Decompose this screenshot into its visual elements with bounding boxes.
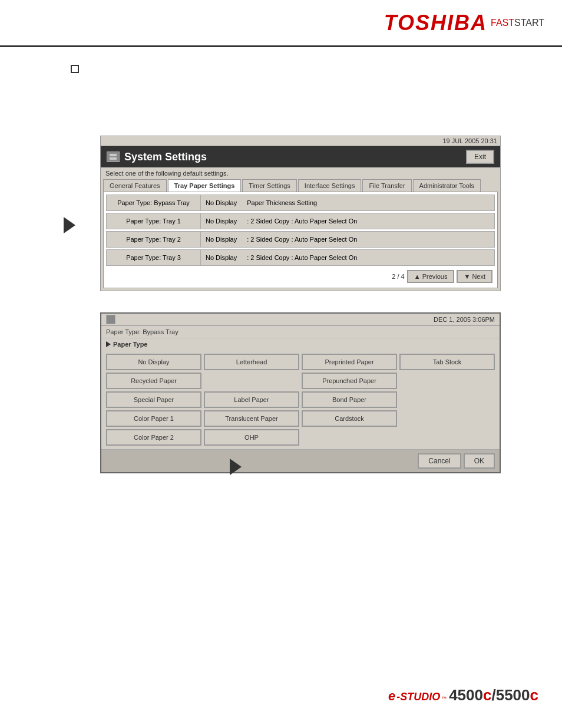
paper-btn-bond-paper[interactable]: Bond Paper [302, 391, 397, 408]
paper-btn-letterhead[interactable]: Letterhead [204, 354, 299, 370]
paper-btn-recycled-paper[interactable]: Recycled Paper [106, 373, 201, 389]
screen2-section-title: Paper Type [101, 338, 500, 350]
pagination-row: 2 / 4 ▲ Previous ▼ Next [106, 268, 495, 285]
screen1-title: System Settings [124, 151, 207, 163]
row-bypass-detail: No Display Paper Thickness Setting [201, 195, 494, 210]
tab-file-transfer[interactable]: File Transfer [362, 179, 411, 192]
logo-fast: FAST [491, 18, 514, 28]
svg-rect-0 [110, 154, 117, 156]
paper-btn-special-paper[interactable]: Special Paper [106, 391, 201, 408]
paper-btn-empty-2 [399, 373, 495, 389]
arrow-indicator-2 [230, 459, 242, 475]
screen2-topbar: DEC 1, 2005 3:06PM [101, 314, 500, 326]
tab-general-features[interactable]: General Features [103, 179, 167, 192]
checkbox-square [71, 65, 79, 73]
arrow-indicator-1 [64, 217, 75, 233]
paper-btn-translucent-paper[interactable]: Translucent Paper [204, 410, 299, 427]
cancel-button[interactable]: Cancel [418, 453, 461, 469]
screen2-breadcrumb: Paper Type: Bypass Tray [101, 326, 500, 338]
paper-btn-empty-1 [204, 373, 299, 389]
paper-type-screen: DEC 1, 2005 3:06PM Paper Type: Bypass Tr… [100, 312, 501, 473]
estudio-logo: e -STUDIO ™ [388, 689, 447, 704]
row-tray3-label: Paper Type: Tray 3 [107, 250, 201, 265]
screen1-topbar: 19 JUL 2005 20:31 [101, 136, 500, 146]
row-tray1-label: Paper Type: Tray 1 [107, 213, 201, 229]
tab-interface-settings[interactable]: Interface Settings [298, 179, 362, 192]
table-row[interactable]: Paper Type: Tray 1 No Display : 2 Sided … [106, 213, 495, 229]
titlebar-left: System Settings [107, 151, 207, 163]
paper-btn-color-paper-2[interactable]: Color Paper 2 [106, 429, 201, 446]
tabs-row: General Features Tray Paper Settings Tim… [101, 179, 500, 192]
paper-btn-empty-5 [302, 429, 397, 446]
paper-type-grid: No Display Letterhead Preprinted Paper T… [101, 350, 500, 449]
screen2-timestamp: DEC 1, 2005 3:06PM [434, 316, 495, 323]
paper-btn-empty-3 [399, 391, 495, 408]
screen1-timestamp: 19 JUL 2005 20:31 [442, 137, 497, 144]
logo-start: START [514, 18, 544, 28]
screen1-subtitle: Select one of the following default sett… [101, 167, 500, 179]
model-number: 4500c/5500c [449, 686, 538, 704]
row-tray2-label: Paper Type: Tray 2 [107, 232, 201, 247]
logo-toshiba: TOSHIBA [384, 11, 487, 35]
logo-studio: -STUDIO [396, 691, 440, 703]
table-row[interactable]: Paper Type: Tray 2 No Display : 2 Sided … [106, 231, 495, 248]
logo-e: e [388, 689, 395, 704]
paper-btn-empty-6 [399, 429, 495, 446]
exit-button[interactable]: Exit [466, 150, 494, 164]
pagination-text: 2 / 4 [392, 273, 404, 280]
tab-tray-paper-settings[interactable]: Tray Paper Settings [168, 179, 242, 192]
svg-rect-1 [110, 157, 117, 160]
paper-btn-label-paper[interactable]: Label Paper [204, 391, 299, 408]
footer-brand: e -STUDIO ™ 4500c/5500c [388, 686, 538, 704]
table-row[interactable]: Paper Type: Bypass Tray No Display Paper… [106, 195, 495, 211]
paper-btn-preprinted-paper[interactable]: Preprinted Paper [302, 354, 397, 370]
paper-btn-tab-stock[interactable]: Tab Stock [399, 354, 495, 370]
settings-icon [107, 151, 120, 162]
paper-btn-prepunched-paper[interactable]: Prepunched Paper [302, 373, 397, 389]
next-button[interactable]: ▼ Next [457, 270, 492, 283]
system-settings-screen: 19 JUL 2005 20:31 System Settings Exit S… [100, 136, 501, 291]
row-tray3-detail: No Display : 2 Sided Copy : Auto Paper S… [201, 250, 494, 265]
checkbox-indicator [71, 65, 79, 75]
paper-btn-cardstock[interactable]: Cardstock [302, 410, 397, 427]
ok-button[interactable]: OK [464, 453, 495, 469]
row-tray2-detail: No Display : 2 Sided Copy : Auto Paper S… [201, 232, 494, 247]
screen1-titlebar: System Settings Exit [101, 146, 500, 167]
logo-tm: ™ [441, 696, 447, 701]
table-row[interactable]: Paper Type: Tray 3 No Display : 2 Sided … [106, 249, 495, 266]
tab-timer-settings[interactable]: Timer Settings [242, 179, 297, 192]
paper-btn-no-display[interactable]: No Display [106, 354, 201, 370]
row-tray1-detail: No Display : 2 Sided Copy : Auto Paper S… [201, 213, 494, 229]
screen2-footer: Cancel OK [101, 449, 500, 472]
paper-btn-empty-4 [399, 410, 495, 427]
screen1-content: Paper Type: Bypass Tray No Display Paper… [103, 192, 498, 288]
screen2-icon [106, 315, 115, 324]
paper-btn-ohp[interactable]: OHP [204, 429, 299, 446]
tab-administrator-tools[interactable]: Administrator Tools [413, 179, 481, 192]
triangle-icon [106, 341, 111, 347]
paper-btn-color-paper-1[interactable]: Color Paper 1 [106, 410, 201, 427]
header: TOSHIBA FASTSTART [0, 0, 562, 47]
previous-button[interactable]: ▲ Previous [407, 270, 455, 283]
row-bypass-label: Paper Type: Bypass Tray [107, 195, 201, 210]
